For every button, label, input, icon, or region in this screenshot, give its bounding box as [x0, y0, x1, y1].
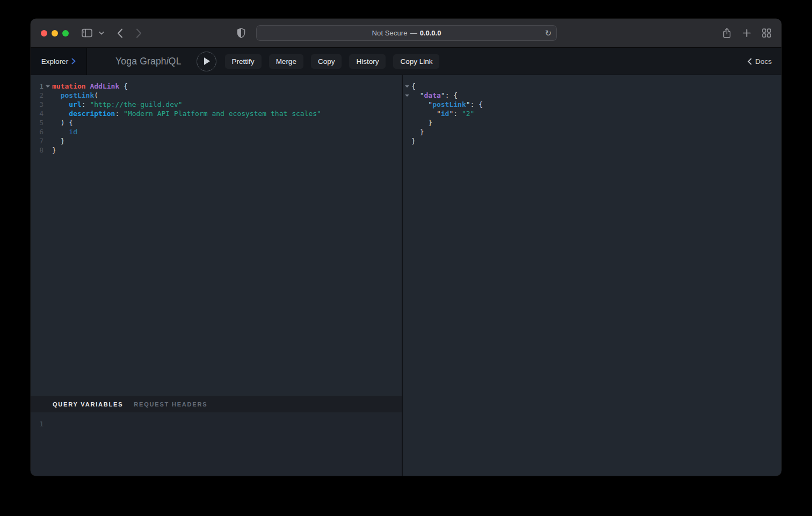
copy-button[interactable]: Copy	[311, 54, 342, 69]
docs-label: Docs	[755, 57, 772, 66]
zoom-icon[interactable]	[62, 30, 69, 37]
chevron-down-icon[interactable]	[99, 31, 104, 35]
tab-overview-icon[interactable]	[762, 28, 771, 38]
code-line: }	[403, 136, 781, 146]
line-number: 6	[31, 127, 44, 136]
close-icon[interactable]	[41, 30, 47, 37]
code-line: {	[403, 82, 781, 91]
fold-gutter	[44, 91, 52, 100]
url-host: 0.0.0.0	[420, 29, 441, 37]
fold-gutter	[44, 118, 52, 127]
query-editor[interactable]: 1mutation AddLink {2 postLink(3 url: "ht…	[31, 75, 402, 396]
code-text: mutation AddLink {	[52, 82, 128, 91]
code-line: 1	[31, 419, 402, 428]
fold-gutter	[403, 136, 411, 146]
code-line: 8}	[31, 146, 402, 155]
graphiql-toolbar: Explorer Yoga GraphiQL Prettify Merge Co…	[31, 48, 781, 75]
code-line: "id": "2"	[403, 109, 781, 118]
response-pane: { "data": { "postLink": { "id": "2" } }}	[403, 75, 781, 476]
browser-chrome: Not Secure — 0.0.0.0 ↻	[31, 19, 781, 48]
variables-section: QUERY VARIABLES REQUEST HEADERS 1	[31, 396, 402, 476]
code-line: 4 description: "Modern API Platform and …	[31, 109, 402, 118]
line-number: 5	[31, 118, 44, 127]
explorer-chevron-icon	[71, 58, 76, 64]
tab-request-headers[interactable]: REQUEST HEADERS	[134, 401, 207, 408]
code-line: 7 }	[31, 136, 402, 146]
code-line: 5 ) {	[31, 118, 402, 127]
code-line: 6 id	[31, 127, 402, 136]
explorer-toggle[interactable]: Explorer	[31, 48, 87, 75]
code-text: }	[52, 146, 56, 155]
line-number: 7	[31, 136, 44, 146]
line-number: 3	[31, 100, 44, 109]
tab-query-variables[interactable]: QUERY VARIABLES	[53, 401, 123, 408]
fold-gutter	[403, 109, 411, 118]
fold-gutter	[403, 100, 411, 109]
code-text: url: "http://the-guild.dev"	[52, 100, 183, 109]
code-text: "id": "2"	[411, 109, 474, 118]
code-text: "data": {	[411, 91, 458, 100]
code-text: ) {	[52, 118, 73, 127]
forward-icon	[136, 28, 142, 38]
code-line: "postLink": {	[403, 100, 781, 109]
prettify-button[interactable]: Prettify	[225, 54, 262, 69]
code-text: }	[411, 127, 424, 136]
share-icon[interactable]	[722, 27, 731, 39]
back-icon[interactable]	[117, 28, 123, 38]
line-number: 1	[31, 82, 44, 91]
fold-gutter	[44, 100, 52, 109]
execute-query-button[interactable]	[197, 52, 216, 71]
code-line: 2 postLink(	[31, 91, 402, 100]
shield-icon[interactable]	[237, 28, 245, 38]
fold-gutter	[44, 109, 52, 118]
page-title: Yoga GraphiQL	[115, 56, 182, 67]
merge-button[interactable]: Merge	[269, 54, 303, 69]
copy-link-button[interactable]: Copy Link	[393, 54, 439, 69]
code-text: }	[411, 118, 432, 127]
address-bar[interactable]: Not Secure — 0.0.0.0 ↻	[256, 25, 557, 41]
line-number: 1	[31, 419, 44, 428]
code-line: }	[403, 118, 781, 127]
fold-arrow-icon[interactable]	[44, 82, 52, 91]
variables-tabs: QUERY VARIABLES REQUEST HEADERS	[31, 396, 402, 412]
code-line: "data": {	[403, 91, 781, 100]
docs-chevron-icon	[748, 58, 752, 65]
toolbar-buttons: Prettify Merge Copy History Copy Link	[225, 54, 440, 69]
explorer-label: Explorer	[41, 57, 68, 66]
code-line: 1mutation AddLink {	[31, 82, 402, 91]
reload-icon[interactable]: ↻	[545, 26, 552, 40]
fold-arrow-icon[interactable]	[403, 82, 411, 91]
line-number: 2	[31, 91, 44, 100]
variables-editor[interactable]: 1	[31, 412, 402, 476]
fold-gutter	[44, 146, 52, 155]
minimize-icon[interactable]	[52, 30, 58, 37]
chrome-right-controls	[722, 27, 771, 39]
fold-gutter	[44, 127, 52, 136]
code-text: postLink(	[52, 91, 98, 100]
code-line: 3 url: "http://the-guild.dev"	[31, 100, 402, 109]
response-viewer: { "data": { "postLink": { "id": "2" } }}	[403, 82, 781, 146]
code-text: id	[52, 127, 77, 136]
fold-gutter	[403, 127, 411, 136]
main-content: 1mutation AddLink {2 postLink(3 url: "ht…	[31, 75, 781, 476]
line-number: 8	[31, 146, 44, 155]
url-security-status: Not Secure	[372, 29, 408, 37]
history-button[interactable]: History	[349, 54, 386, 69]
play-icon	[204, 57, 210, 65]
code-text: description: "Modern API Platform and ec…	[52, 109, 321, 118]
sidebar-toggle-icon[interactable]	[82, 28, 92, 38]
safari-window: Not Secure — 0.0.0.0 ↻	[31, 19, 781, 476]
code-text: }	[411, 136, 416, 146]
new-tab-icon[interactable]	[743, 29, 751, 37]
code-text: "postLink": {	[411, 100, 483, 109]
url-separator: —	[410, 29, 417, 37]
traffic-lights	[41, 30, 69, 37]
docs-toggle[interactable]: Docs	[748, 57, 772, 66]
fold-gutter	[44, 136, 52, 146]
fold-arrow-icon[interactable]	[403, 91, 411, 100]
fold-gutter	[403, 118, 411, 127]
code-text: }	[52, 136, 64, 146]
line-number: 4	[31, 109, 44, 118]
code-line: }	[403, 127, 781, 136]
query-pane: 1mutation AddLink {2 postLink(3 url: "ht…	[31, 75, 402, 476]
